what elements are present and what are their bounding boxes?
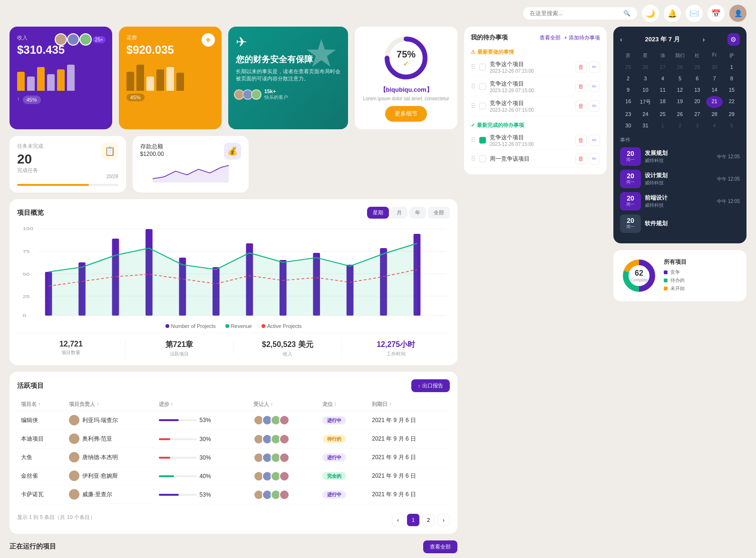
- calendar-day[interactable]: 8: [724, 73, 740, 84]
- gear-settings-btn[interactable]: ⚙: [727, 33, 740, 46]
- legend-pending: 待办的: [664, 277, 740, 284]
- calendar-day[interactable]: 2: [672, 120, 688, 131]
- all-projects-title: 所有项目: [664, 258, 740, 266]
- edit-todo-btn[interactable]: ✏: [589, 81, 600, 92]
- drag-handle[interactable]: ⠿: [471, 155, 475, 163]
- detail-button[interactable]: 更多细节: [385, 106, 427, 122]
- todo-text: 竞争这个项目: [490, 99, 572, 107]
- todo-checkbox[interactable]: [479, 83, 486, 90]
- moon-icon-btn[interactable]: 🌙: [642, 5, 659, 22]
- delete-todo-btn[interactable]: 🗑: [575, 153, 587, 164]
- delete-todo-btn[interactable]: 🗑: [575, 135, 587, 146]
- legend-pending-label: 待办的: [670, 277, 685, 284]
- export-button[interactable]: ↑ 出口报告: [411, 379, 450, 392]
- col-status: 龙位 ↑: [319, 398, 368, 411]
- calendar-day[interactable]: 3: [637, 73, 653, 84]
- todo-checkbox[interactable]: [479, 64, 486, 70]
- calendar-day[interactable]: 7: [706, 73, 722, 84]
- drag-handle[interactable]: ⠿: [471, 136, 475, 144]
- view-all-link[interactable]: 查看全部: [540, 34, 561, 41]
- calendar-day[interactable]: 30: [706, 62, 722, 72]
- calendar-day[interactable]: 23: [620, 109, 636, 119]
- calendar-day[interactable]: 21: [706, 96, 722, 108]
- mail-icon-btn[interactable]: ✉️: [686, 5, 703, 22]
- calendar-day[interactable]: 26: [637, 62, 653, 72]
- calendar-day[interactable]: 9: [620, 85, 636, 95]
- tab-all[interactable]: 全部: [428, 207, 450, 219]
- calendar-day[interactable]: 27: [655, 62, 671, 72]
- page-2-btn[interactable]: 2: [422, 514, 435, 526]
- calendar-day[interactable]: 1: [655, 120, 671, 131]
- page-1-btn[interactable]: 1: [407, 514, 419, 526]
- calendar-day[interactable]: 4: [706, 120, 722, 131]
- calendar-day[interactable]: 13: [689, 85, 705, 95]
- drag-handle[interactable]: ⠿: [471, 83, 475, 90]
- calendar-day[interactable]: 14: [706, 85, 722, 95]
- calendar-day[interactable]: 17号: [637, 96, 653, 108]
- task-card-header: 任务未完成 20 📋: [17, 143, 118, 167]
- cal-header-su: 苏: [620, 50, 636, 61]
- calendar-day[interactable]: 29: [689, 62, 705, 72]
- calendar-day[interactable]: 19: [672, 96, 688, 108]
- search-box[interactable]: 🔍: [523, 7, 637, 19]
- drag-handle[interactable]: ⠿: [471, 102, 475, 110]
- calendar-day[interactable]: 11: [655, 85, 671, 95]
- promo-avatars: [236, 89, 262, 100]
- prev-page-btn[interactable]: ‹: [392, 514, 404, 526]
- edit-todo-btn[interactable]: ✏: [589, 61, 600, 73]
- drag-handle[interactable]: ⠿: [471, 63, 475, 71]
- calendar-day[interactable]: 15: [724, 85, 740, 95]
- calendar-day[interactable]: 5: [724, 120, 740, 131]
- search-input[interactable]: [530, 10, 620, 17]
- cal-next-btn[interactable]: ›: [702, 36, 705, 43]
- delete-todo-btn[interactable]: 🗑: [575, 81, 587, 92]
- calendar-day[interactable]: 28: [672, 62, 688, 72]
- tab-week[interactable]: 星期: [367, 207, 389, 219]
- done-icon: ✓: [471, 122, 475, 128]
- calendar-day[interactable]: 28: [706, 109, 722, 119]
- calendar-day[interactable]: 25: [620, 62, 636, 72]
- calendar-day[interactable]: 10: [637, 85, 653, 95]
- next-page-btn[interactable]: ›: [437, 514, 450, 526]
- add-todo-link[interactable]: + 添加待办事项: [564, 34, 600, 41]
- calendar-day[interactable]: 30: [620, 120, 636, 131]
- svg-text:0: 0: [23, 313, 26, 318]
- todo-checkbox[interactable]: [479, 137, 486, 144]
- calendar-day[interactable]: 26: [672, 109, 688, 119]
- calendar-day[interactable]: 6: [689, 73, 705, 84]
- calendar-day[interactable]: 12: [672, 85, 688, 95]
- tab-month[interactable]: 月: [391, 207, 407, 219]
- view-all-button[interactable]: 查看全部: [423, 540, 457, 553]
- table-footer: 显示 1 到 5 条目（共 10 个条目） ‹ 1 2 ›: [17, 509, 450, 526]
- bell-icon-btn[interactable]: 🔔: [664, 5, 681, 22]
- calendar-day[interactable]: 22: [724, 96, 740, 108]
- user-avatar[interactable]: 👤: [729, 5, 746, 22]
- calendar-day[interactable]: 16: [620, 96, 636, 108]
- row-assignees: [250, 430, 319, 448]
- tab-year[interactable]: 年: [409, 207, 426, 219]
- calendar-day[interactable]: 3: [689, 120, 705, 131]
- edit-todo-btn[interactable]: ✏: [589, 153, 600, 164]
- calendar-day[interactable]: 29: [724, 109, 740, 119]
- calendar-day[interactable]: 2: [620, 73, 636, 84]
- todo-checkbox[interactable]: [479, 155, 486, 162]
- row-assignees: [250, 485, 319, 504]
- delete-todo-btn[interactable]: 🗑: [575, 61, 587, 73]
- edit-todo-btn[interactable]: ✏: [589, 135, 600, 146]
- calendar-day[interactable]: 27: [689, 109, 705, 119]
- calendar-day[interactable]: 5: [672, 73, 688, 84]
- calendar-day[interactable]: 18: [655, 96, 671, 108]
- calendar-day[interactable]: 1: [724, 62, 740, 72]
- calendar-day[interactable]: 20: [689, 96, 705, 108]
- calendar-day[interactable]: 24: [637, 109, 653, 119]
- calendar-icon-btn[interactable]: 📅: [708, 5, 725, 22]
- donut-total: 62: [635, 269, 643, 277]
- delete-todo-btn[interactable]: 🗑: [575, 100, 587, 112]
- prog-fill: [159, 438, 170, 440]
- edit-todo-btn[interactable]: ✏: [589, 100, 600, 112]
- calendar-day[interactable]: 31: [637, 120, 653, 131]
- calendar-day[interactable]: 4: [655, 73, 671, 84]
- cal-prev-btn[interactable]: ‹: [620, 36, 622, 43]
- todo-checkbox[interactable]: [479, 103, 486, 109]
- calendar-day[interactable]: 25: [655, 109, 671, 119]
